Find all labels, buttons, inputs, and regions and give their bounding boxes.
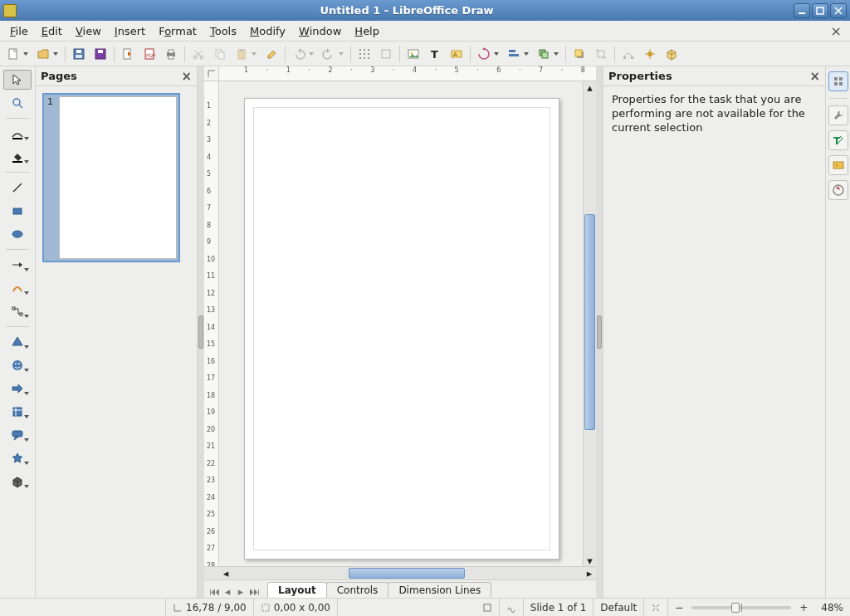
menu-help[interactable]: Help <box>348 23 386 39</box>
scroll-up-icon[interactable]: ▴ <box>584 81 596 93</box>
ruler-corner[interactable] <box>204 66 219 81</box>
window-maximize-button[interactable] <box>812 3 828 18</box>
line-tool[interactable] <box>3 178 32 198</box>
paste-button[interactable] <box>232 44 260 64</box>
pages-panel-close-button[interactable]: × <box>181 69 192 84</box>
tab-controls[interactable]: Controls <box>326 582 389 598</box>
properties-panel-close-button[interactable]: × <box>809 69 820 84</box>
export-button[interactable] <box>118 44 138 64</box>
line-color-tool[interactable] <box>3 124 32 144</box>
status-fit-page-button[interactable] <box>644 599 668 616</box>
basic-shapes-tool[interactable] <box>3 332 32 352</box>
window-minimize-button[interactable] <box>794 3 810 18</box>
svg-rect-59 <box>839 82 843 86</box>
vertical-scroll-thumb[interactable] <box>584 214 595 430</box>
status-zoom-slider[interactable]: − + <box>668 599 814 616</box>
page-thumbnail-1[interactable]: 1 <box>42 93 180 262</box>
window-close-button[interactable] <box>830 3 847 18</box>
sidebar-tab-styles[interactable]: T <box>828 130 848 150</box>
lines-arrows-tool[interactable] <box>3 255 32 275</box>
insert-textbox-button[interactable]: T <box>425 44 445 64</box>
symbol-shapes-tool[interactable] <box>3 355 32 375</box>
tab-first-icon[interactable]: ⏮ <box>208 584 221 598</box>
tab-last-icon[interactable]: ⏭ <box>247 584 261 598</box>
scroll-down-icon[interactable]: ▾ <box>584 555 596 566</box>
align-button[interactable] <box>504 44 532 64</box>
horizontal-scrollbar[interactable]: ◂ ▸ <box>204 566 596 579</box>
flowchart-tool[interactable] <box>3 402 32 422</box>
connector-tool[interactable] <box>3 301 32 321</box>
select-tool[interactable] <box>3 70 32 90</box>
menu-window[interactable]: Window <box>292 23 348 39</box>
menu-insert[interactable]: Insert <box>108 23 152 39</box>
3d-objects-tool[interactable] <box>3 472 32 491</box>
insert-fontwork-button[interactable]: A <box>447 44 467 64</box>
helplines-button[interactable] <box>376 44 396 64</box>
fill-color-tool[interactable] <box>3 147 32 167</box>
status-page-style[interactable]: Default <box>594 599 644 616</box>
print-button[interactable] <box>161 44 181 64</box>
save-button[interactable] <box>69 44 89 64</box>
arrange-button[interactable] <box>534 44 562 64</box>
transform-button[interactable] <box>474 44 502 64</box>
callouts-tool[interactable] <box>3 425 32 445</box>
ellipse-tool[interactable] <box>3 224 32 244</box>
edit-points-button[interactable] <box>618 44 638 64</box>
menu-file[interactable]: File <box>3 23 35 39</box>
redo-button[interactable] <box>319 44 347 64</box>
zoom-slider-knob[interactable] <box>731 603 740 613</box>
extrusion-button[interactable] <box>662 44 681 64</box>
status-slide-info[interactable]: Slide 1 of 1 <box>524 599 594 616</box>
close-document-button[interactable]: × <box>826 23 847 39</box>
drawing-canvas[interactable] <box>219 81 583 566</box>
open-button[interactable] <box>33 44 61 64</box>
curve-tool[interactable] <box>3 278 32 298</box>
gluepoints-button[interactable] <box>640 44 660 64</box>
sidebar-tab-properties[interactable] <box>828 71 848 91</box>
zoom-tool[interactable] <box>3 93 32 113</box>
rectangle-tool[interactable] <box>3 201 32 221</box>
scroll-right-icon[interactable]: ▸ <box>583 567 596 579</box>
stars-tool[interactable] <box>3 448 32 468</box>
zoom-slider-track[interactable] <box>691 606 791 609</box>
status-object-size: 0,00 x 0,00 <box>254 599 338 616</box>
block-arrows-tool[interactable] <box>3 379 32 398</box>
new-button[interactable] <box>3 44 32 64</box>
zoom-out-icon[interactable]: − <box>675 602 683 614</box>
scroll-left-icon[interactable]: ◂ <box>219 567 232 579</box>
menu-view[interactable]: View <box>69 23 108 39</box>
save-as-button[interactable] <box>90 44 110 64</box>
properties-splitter[interactable] <box>596 66 603 598</box>
menu-tools[interactable]: Tools <box>203 23 243 39</box>
sidebar-tab-wrench[interactable] <box>828 105 848 125</box>
zoom-in-icon[interactable]: + <box>799 602 808 614</box>
copy-button[interactable] <box>210 44 230 64</box>
tab-layout[interactable]: Layout <box>267 582 327 598</box>
tab-dimension-lines[interactable]: Dimension Lines <box>388 582 491 598</box>
horizontal-ruler[interactable]: 1 · 1 · 2 · 3 · 4 · 5 · 6 · 7 · 8 · 9 · … <box>219 66 596 81</box>
tab-next-icon[interactable]: ▸ <box>234 584 247 598</box>
cut-button[interactable] <box>188 44 208 64</box>
sidebar-tab-navigator[interactable] <box>828 180 848 200</box>
tab-prev-icon[interactable]: ◂ <box>221 584 234 598</box>
clone-formatting-button[interactable] <box>261 44 281 64</box>
status-zoom-level[interactable]: 48% <box>814 599 850 616</box>
shadow-button[interactable] <box>569 44 589 64</box>
export-pdf-button[interactable]: PDF <box>139 44 159 64</box>
crop-button[interactable] <box>591 44 611 64</box>
menu-edit[interactable]: Edit <box>35 23 69 39</box>
vertical-ruler[interactable]: 1 2 3 4 5 6 7 8 9 10 11 12 13 14 15 16 1… <box>204 81 219 566</box>
horizontal-scroll-thumb[interactable] <box>349 568 465 579</box>
status-signature-icon[interactable] <box>500 599 524 616</box>
pages-splitter[interactable] <box>198 66 204 598</box>
grid-button[interactable] <box>354 44 374 64</box>
svg-text:T: T <box>431 48 438 61</box>
undo-button[interactable] <box>289 44 317 64</box>
menu-format[interactable]: Format <box>152 23 203 39</box>
sidebar-tab-gallery[interactable] <box>828 155 848 175</box>
menu-modify[interactable]: Modify <box>243 23 292 39</box>
status-modified-icon[interactable] <box>476 599 500 616</box>
insert-image-button[interactable] <box>403 44 423 64</box>
vertical-scrollbar[interactable]: ▴ ▾ <box>583 81 596 566</box>
page <box>244 98 559 560</box>
